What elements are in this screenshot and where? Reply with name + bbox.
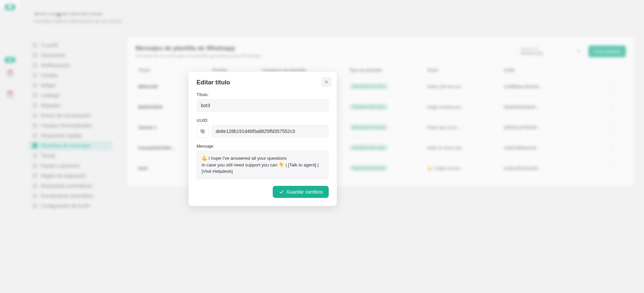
copy-icon bbox=[200, 129, 205, 134]
uuid-value: de8e128b191d4bf0a8825ffd357552c3 bbox=[211, 125, 329, 138]
uuid-label: UUID: bbox=[197, 118, 329, 123]
modal-heading: Editar título bbox=[197, 79, 329, 86]
check-icon bbox=[279, 189, 284, 195]
title-label: Título: bbox=[197, 92, 329, 97]
edit-title-modal: Editar título Título: UUID: de8e128b191d… bbox=[189, 72, 337, 206]
close-button[interactable] bbox=[321, 77, 331, 87]
save-button[interactable]: Guardar cambios bbox=[273, 186, 329, 198]
save-label: Guardar cambios bbox=[287, 189, 323, 195]
copy-uuid-button[interactable] bbox=[197, 125, 209, 138]
title-input[interactable] bbox=[197, 99, 329, 112]
close-icon bbox=[324, 80, 329, 84]
message-label: Mensaje: bbox=[197, 144, 329, 149]
message-box: 💪 I hope I've answered all your question… bbox=[197, 151, 329, 179]
